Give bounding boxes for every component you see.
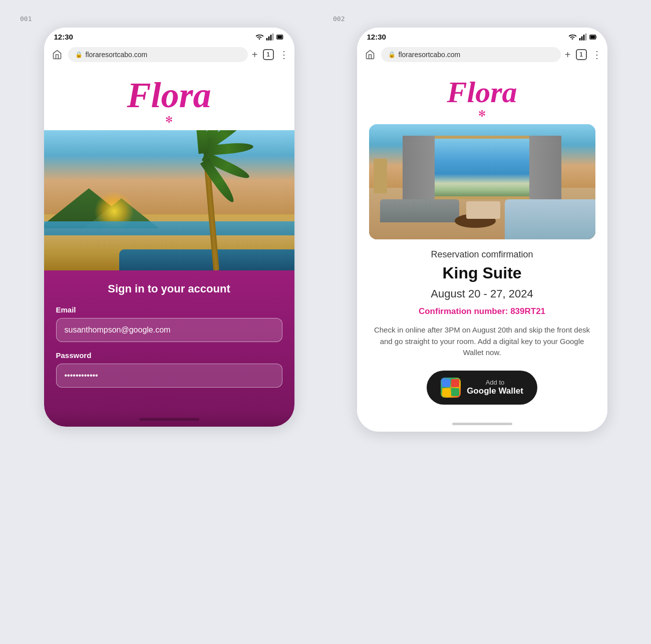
wallet-text: Add to Google Wallet bbox=[467, 379, 523, 397]
password-label: Password bbox=[56, 351, 282, 360]
home-bar-1 bbox=[139, 418, 199, 421]
time-2: 12:30 bbox=[367, 33, 386, 41]
sign-in-section: Sign in to your account Email Password bbox=[44, 270, 294, 412]
sign-in-title: Sign in to your account bbox=[56, 282, 282, 295]
lock-icon-1: 🔒 bbox=[75, 51, 83, 58]
time-1: 12:30 bbox=[54, 33, 73, 41]
home-button-1[interactable] bbox=[50, 48, 64, 62]
browser-bar-1: 🔒 floraresortcabo.com + 1 ⋮ bbox=[44, 44, 294, 67]
screen1-container: 001 12:30 🔒 floraresortcabo.com bbox=[20, 15, 318, 432]
browser-actions-1: + 1 ⋮ bbox=[252, 49, 288, 61]
phone1-content: Flora ✻ bbox=[44, 67, 294, 412]
chairs-area bbox=[466, 201, 500, 219]
wallet-quad-red bbox=[451, 379, 459, 387]
menu-button-2[interactable]: ⋮ bbox=[592, 49, 601, 61]
screen1-label: 001 bbox=[20, 15, 32, 23]
menu-button-1[interactable]: ⋮ bbox=[279, 49, 288, 61]
reservation-body: Reservation comfirmation King Suite Augu… bbox=[357, 124, 607, 417]
url-text-2: floraresortcabo.com bbox=[399, 51, 461, 59]
room-bed bbox=[505, 199, 595, 240]
logo-asterisk-1: ✻ bbox=[54, 114, 284, 125]
browser-bar-2: 🔒 floraresortcabo.com + 1 ⋮ bbox=[357, 44, 607, 67]
hero-image-1 bbox=[44, 130, 294, 270]
url-text-1: floraresortcabo.com bbox=[86, 51, 148, 59]
phone2-content: Flora ✻ bbox=[357, 67, 607, 417]
room-window bbox=[403, 136, 561, 199]
phone2: 12:30 🔒 floraresortcabo.com + bbox=[357, 28, 607, 432]
google-wallet-button[interactable]: Add to Google Wallet bbox=[427, 371, 537, 405]
wallet-quad-yellow bbox=[442, 388, 450, 396]
logo-text-1: Flora bbox=[54, 77, 284, 113]
svg-rect-2 bbox=[270, 35, 271, 40]
status-icons-1 bbox=[255, 33, 284, 41]
svg-rect-11 bbox=[590, 36, 595, 38]
status-bar-2: 12:30 bbox=[357, 28, 607, 44]
screens-wrapper: 001 12:30 🔒 floraresortcabo.com bbox=[20, 15, 631, 432]
svg-rect-3 bbox=[272, 33, 273, 40]
home-button-2[interactable] bbox=[363, 48, 377, 62]
url-bar-2[interactable]: 🔒 floraresortcabo.com bbox=[381, 47, 561, 62]
phone1: 12:30 🔒 floraresortcabo.com + bbox=[44, 28, 294, 427]
wallet-quad-green bbox=[451, 388, 459, 396]
svg-rect-6 bbox=[579, 38, 580, 41]
home-indicator-1 bbox=[44, 412, 294, 427]
logo-section-2: Flora ✻ bbox=[357, 67, 607, 124]
room-image bbox=[369, 124, 595, 239]
confirmation-number: Confirmation number: 839RT21 bbox=[369, 306, 595, 316]
home-indicator-2 bbox=[357, 417, 607, 432]
room-name: King Suite bbox=[369, 264, 595, 282]
checkin-info: Check in online after 3PM on August 20th… bbox=[369, 325, 595, 359]
email-label: Email bbox=[56, 305, 282, 314]
pool-edge bbox=[119, 249, 294, 270]
logo-text-2: Flora bbox=[367, 77, 597, 107]
svg-rect-7 bbox=[581, 36, 582, 40]
logo-section-1: Flora ✻ bbox=[44, 67, 294, 130]
svg-rect-8 bbox=[583, 35, 584, 40]
svg-rect-9 bbox=[585, 33, 586, 40]
logo-asterisk-2: ✻ bbox=[367, 108, 597, 119]
url-bar-1[interactable]: 🔒 floraresortcabo.com bbox=[68, 47, 248, 62]
date-range: August 20 - 27, 2024 bbox=[369, 287, 595, 300]
reservation-subtitle: Reservation comfirmation bbox=[369, 249, 595, 260]
svg-rect-5 bbox=[277, 36, 282, 38]
wallet-quad-blue bbox=[442, 379, 450, 387]
home-bar-2 bbox=[452, 423, 512, 425]
screen2-label: 002 bbox=[333, 15, 345, 23]
screen2-container: 002 12:30 🔒 floraresortcabo.com bbox=[333, 15, 631, 432]
status-bar-1: 12:30 bbox=[44, 28, 294, 44]
wallet-google-wallet-label: Google Wallet bbox=[467, 386, 523, 396]
room-sofa bbox=[380, 199, 459, 222]
wallet-icon bbox=[441, 378, 461, 398]
tab-count-1[interactable]: 1 bbox=[263, 49, 274, 60]
svg-rect-0 bbox=[266, 38, 267, 41]
svg-rect-1 bbox=[268, 36, 269, 40]
signal-icon-2 bbox=[579, 33, 587, 41]
tab-count-2[interactable]: 1 bbox=[576, 49, 587, 60]
lamp bbox=[374, 159, 387, 193]
signal-icon-1 bbox=[266, 33, 274, 41]
password-input[interactable] bbox=[56, 364, 282, 388]
add-tab-button-2[interactable]: + bbox=[565, 49, 571, 61]
battery-icon-1 bbox=[276, 33, 284, 41]
battery-icon-2 bbox=[589, 33, 597, 41]
status-icons-2 bbox=[568, 33, 597, 41]
wifi-icon-1 bbox=[255, 33, 263, 41]
wallet-add-to-label: Add to bbox=[467, 379, 523, 387]
browser-actions-2: + 1 ⋮ bbox=[565, 49, 601, 61]
lock-icon-2: 🔒 bbox=[388, 51, 396, 58]
email-input[interactable] bbox=[56, 318, 282, 342]
add-tab-button-1[interactable]: + bbox=[252, 49, 258, 61]
wifi-icon-2 bbox=[568, 33, 576, 41]
